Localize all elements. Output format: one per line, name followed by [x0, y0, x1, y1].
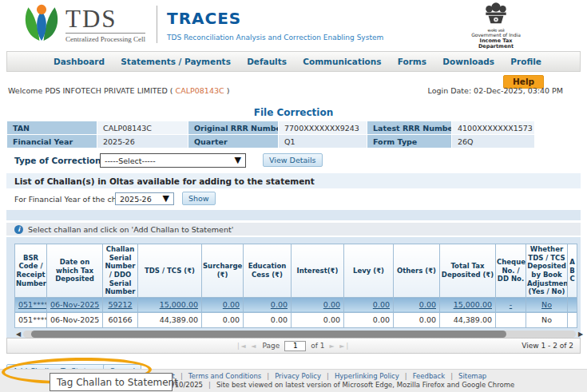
nav-forms[interactable]: Forms	[398, 57, 426, 66]
surcharge-link[interactable]: 0.00	[223, 300, 240, 309]
nav-defaults[interactable]: Defaults	[247, 57, 287, 66]
nav-profile[interactable]: Profile	[510, 57, 541, 66]
nav-dashboard[interactable]: Dashboard	[54, 57, 105, 66]
interest-link[interactable]: 0.00	[323, 300, 340, 309]
cheque-link[interactable]: -	[510, 300, 512, 309]
latest-rrr-label: Latest RRR Number	[367, 121, 451, 134]
tds-wordmark: TDS	[65, 6, 145, 31]
page-number-input[interactable]	[284, 341, 306, 351]
surcharge-cell: 0.00	[202, 312, 244, 327]
scroll-right-icon[interactable]: ▶	[577, 331, 585, 338]
challan-note-row: i Select challan and click on 'Add Chall…	[6, 223, 581, 236]
footer-separator: |	[321, 372, 335, 380]
levy-cell: 0.00	[344, 312, 394, 327]
serial-link[interactable]: 59212	[108, 300, 132, 309]
footer-separator: |	[261, 372, 275, 380]
logo-divider	[157, 6, 157, 43]
tds-logo: TDS Centralized Processing Cell TRACES T…	[21, 3, 383, 48]
ashoka-emblem-icon	[483, 19, 509, 28]
page-title: File Correction	[0, 99, 587, 121]
nav-statements-payments[interactable]: Statements / Payments	[121, 57, 231, 66]
page-of-label: of 1	[311, 342, 324, 350]
footer-link-privacy[interactable]: Privacy Policy	[275, 372, 321, 380]
fy-label: Financial Year	[7, 135, 97, 148]
challan-fy-row: For Financial Year of the challan 2025-2…	[6, 191, 581, 209]
total-cell: 44,389.00	[440, 312, 496, 327]
book-adj-cell: No	[526, 312, 568, 327]
welcome-prefix: Welcome PDS INFOTECH PRIVATE LIMITED (	[8, 86, 173, 95]
challan-table-zone: BSR Code / Receipt Number Date on which …	[6, 237, 581, 354]
challan-row-selected[interactable]: 051**** 06-Nov-2025 59212 15,000.00 0.00…	[15, 297, 577, 312]
levy-link[interactable]: 0.00	[373, 300, 390, 309]
bsr-cell: 051****	[15, 312, 47, 327]
spacer-band	[6, 210, 581, 220]
tds-subtitle: Centralized Processing Cell	[65, 33, 145, 43]
col-total-tax: Total Tax Deposited (₹)	[440, 244, 496, 298]
scrollbar-track[interactable]	[23, 331, 576, 338]
book-adj-link[interactable]: No	[541, 300, 552, 309]
pager-next-last-icons[interactable]: ► ►|	[330, 343, 351, 350]
col-clipped: A B C	[568, 244, 577, 298]
nav-communications[interactable]: Communications	[303, 57, 381, 66]
orig-rrr-label: Original RRR Number	[188, 121, 278, 134]
col-interest: Interest(₹)	[292, 244, 344, 298]
correction-type-select[interactable]: -----Select----- ▼	[100, 153, 246, 168]
page-label: Page	[262, 342, 280, 350]
col-bsr-code: BSR Code / Receipt Number	[15, 244, 47, 298]
footer-note-line: 28/10/2025|Site best viewed on latest ve…	[164, 381, 514, 389]
view-details-button[interactable]: View Details	[263, 153, 323, 167]
interest-cell: 0.00	[292, 312, 344, 327]
traces-title: TRACES	[167, 9, 383, 28]
info-icon: i	[14, 225, 23, 234]
emblem-income-tax-dept: Income Tax Department	[462, 38, 530, 50]
date-link[interactable]: 06-Nov-2025	[50, 300, 99, 309]
col-cheque-no: Cheque No. / DD No.	[496, 244, 526, 298]
footer-separator: |	[399, 372, 413, 380]
bsr-link[interactable]: 051****	[18, 300, 47, 309]
challan-table: BSR Code / Receipt Number Date on which …	[14, 244, 577, 328]
nav-downloads[interactable]: Downloads	[442, 57, 494, 66]
statement-info-table: TAN CALP08143C Original RRR Number 7700X…	[6, 121, 535, 148]
col-tds-tcs: TDS / TCS (₹)	[138, 244, 202, 298]
traces-tagline: TDS Reconciliation Analysis and Correcti…	[167, 34, 383, 42]
welcome-tan: CALP08143C	[176, 86, 224, 95]
correction-type-row: Type of Correction -----Select----- ▼ Vi…	[6, 152, 581, 172]
scroll-left-icon[interactable]: ◀	[14, 331, 22, 338]
topbar: Help Welcome PDS INFOTECH PRIVATE LIMITE…	[6, 72, 581, 99]
cess-cell: 0.00	[244, 312, 292, 327]
col-challan-serial: Challan Serial Number / DDO Serial Numbe…	[103, 244, 138, 298]
footer-separator: |	[203, 381, 216, 389]
col-others: Others (₹)	[394, 244, 440, 298]
tds-cell: 44,389.00	[138, 312, 202, 327]
scrollbar-thumb[interactable]	[31, 331, 506, 338]
tds-link[interactable]: 15,000.00	[160, 300, 198, 309]
challan-table-header-row: BSR Code / Receipt Number Date on which …	[15, 244, 577, 298]
quarter-value: Q1	[279, 135, 367, 148]
footer-link-feedback[interactable]: Feedback	[413, 372, 445, 380]
quarter-label: Quarter	[188, 135, 278, 148]
cess-link[interactable]: 0.00	[271, 300, 288, 309]
challan-note-text: Select challan and click on 'Add Challan…	[28, 225, 233, 234]
pagination-bar: |◄ ◄ Page of 1 ► ►| View 1 - 2 of 2	[6, 338, 581, 354]
correction-type-select-value: -----Select-----	[105, 156, 156, 165]
welcome-suffix: )	[227, 86, 230, 95]
footer-note: Site best viewed on latest version of Mi…	[216, 381, 514, 389]
form-type-label: Form Type	[367, 135, 451, 148]
others-link[interactable]: 0.00	[419, 300, 436, 309]
pager-first-prev-icons[interactable]: |◄ ◄	[237, 343, 258, 350]
challan-fy-select-value: 2025-26	[120, 195, 152, 204]
footer-link-sitemap[interactable]: Sitemap	[458, 372, 486, 380]
footer-link-terms[interactable]: Terms and Conditions	[188, 372, 261, 380]
govt-emblem: सत्यमेव जयते Government of India Income …	[462, 1, 530, 50]
orig-rrr-value: 7700XXXXXXX9243	[279, 121, 367, 134]
show-button[interactable]: Show	[182, 192, 216, 205]
col-date-deposited: Date on which Tax Deposited	[47, 244, 103, 298]
challan-fy-select[interactable]: 2025-26 ▼	[115, 192, 174, 205]
form-type-value: 26Q	[452, 135, 534, 148]
footer-link-hyperlinking[interactable]: Hyperlinking Policy	[335, 372, 399, 380]
cheque-cell	[496, 312, 526, 327]
login-date: Login Date: 02-Dec-2025, 03:40 PM	[428, 86, 563, 95]
challan-row[interactable]: 051**** 06-Nov-2025 60166 44,389.00 0.00…	[15, 312, 577, 327]
total-link[interactable]: 15,000.00	[454, 300, 492, 309]
col-surcharge: Surcharge (₹)	[202, 244, 244, 298]
